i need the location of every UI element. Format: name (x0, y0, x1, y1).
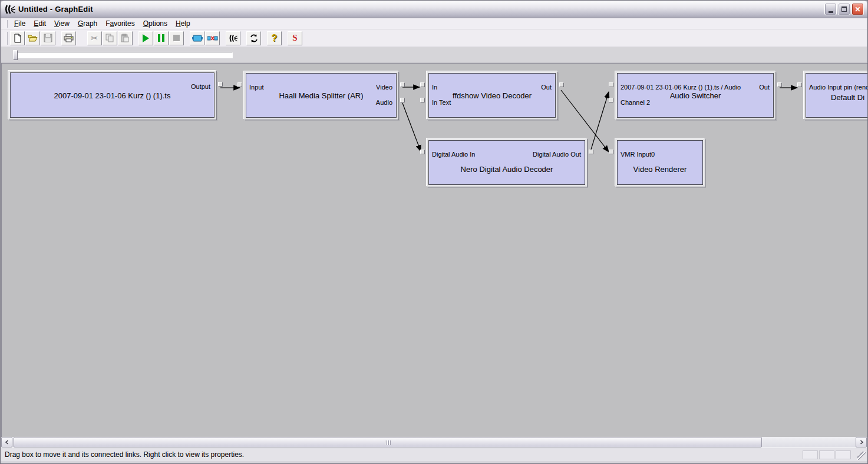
play-button[interactable] (138, 31, 153, 45)
chevron-right-icon (859, 440, 864, 445)
open-file-icon (28, 34, 38, 42)
cut-button[interactable]: ✂ (87, 31, 102, 45)
close-button[interactable]: ✕ (852, 3, 864, 15)
tool-bar: ✂ (1, 29, 867, 47)
audio-pin[interactable] (400, 98, 405, 102)
pin-label-vmr-input0: VMR Input0 (621, 151, 655, 158)
refresh-icon (249, 34, 259, 43)
video-pin[interactable] (400, 82, 405, 87)
pin-label-video: Video (376, 84, 392, 91)
pause-button[interactable] (154, 31, 169, 45)
maximize-button[interactable] (838, 3, 850, 15)
output-pin[interactable] (218, 82, 223, 87)
print-icon (64, 34, 74, 42)
digital-audio-out-pin[interactable] (589, 150, 593, 154)
print-button[interactable] (61, 31, 76, 45)
graphedit-logo-button[interactable] (226, 31, 240, 45)
pin-label-out: Out (541, 84, 552, 91)
pin-label-input: Input (249, 84, 263, 91)
maximize-icon (841, 6, 847, 12)
seek-track[interactable] (14, 52, 233, 58)
status-message: Drag box to move it and its connected li… (5, 450, 244, 459)
digital-audio-in-pin[interactable] (420, 150, 425, 154)
graphedit-app-icon (4, 4, 16, 15)
refresh-button[interactable] (246, 31, 261, 45)
menu-favorites[interactable]: Favorites (101, 18, 138, 29)
scroll-right-button[interactable] (856, 437, 867, 448)
save-icon (44, 34, 52, 42)
audio-input-pin[interactable] (797, 82, 802, 87)
seek-bar-row (1, 47, 867, 63)
chevron-left-icon (5, 440, 9, 445)
out-pin[interactable] (559, 82, 564, 87)
scrollbar-grip-icon (385, 440, 391, 445)
stop-button[interactable] (169, 31, 184, 45)
filter-title: 2007-09-01 23-01-06 Kurz () (1).ts (11, 91, 214, 100)
filter-node-video-renderer[interactable]: Video Renderer VMR Input0 (615, 138, 705, 187)
cut-icon: ✂ (91, 33, 98, 44)
pin-label-in-text: In Text (432, 99, 451, 106)
copy-icon (105, 34, 114, 42)
graphedit-logo-icon (229, 34, 238, 43)
play-icon (143, 34, 149, 42)
in-text-pin[interactable] (420, 98, 425, 102)
window-title: Untitled - GraphEdit (18, 5, 93, 14)
menu-file[interactable]: File (10, 18, 29, 29)
edge-audio-to-nero (402, 103, 421, 151)
menu-view[interactable]: View (50, 18, 74, 29)
new-document-button[interactable] (10, 31, 25, 45)
channel-2-pin[interactable] (609, 98, 613, 102)
save-button[interactable] (41, 31, 55, 45)
audio-stream-pin[interactable] (609, 82, 613, 87)
minimize-button[interactable] (824, 3, 837, 15)
vmr-input0-pin[interactable] (609, 150, 613, 154)
filter-title: Nero Digital Audio Decoder (429, 165, 585, 174)
paste-icon (121, 34, 130, 42)
graph-canvas[interactable]: 2007-09-01 23-01-06 Kurz () (1).ts Outpu… (1, 63, 868, 437)
pin-label-digital-audio-in: Digital Audio In (432, 151, 475, 158)
insert-filter-button[interactable] (190, 31, 204, 45)
pin-label-digital-audio-out: Digital Audio Out (533, 151, 581, 158)
pin-label-audio-stream: 2007-09-01 23-01-06 Kurz () (1).ts / Aud… (621, 84, 741, 91)
resize-grip[interactable] (857, 452, 866, 460)
filter-title: Haali Media Splitter (AR) (246, 91, 396, 100)
menu-edit[interactable]: Edit (29, 18, 50, 29)
open-file-button[interactable] (25, 31, 40, 45)
pin-label-output: Output (191, 83, 210, 90)
connection-lines (2, 64, 868, 437)
filter-node-haali-splitter[interactable]: Haali Media Splitter (AR) Input Video Au… (244, 71, 398, 120)
render-pin-button[interactable] (205, 31, 220, 45)
filter-node-nero-audio-decoder[interactable]: Nero Digital Audio Decoder Digital Audio… (427, 138, 587, 187)
out-pin[interactable] (777, 82, 782, 87)
render-pin-icon (207, 35, 218, 42)
pin-label-audio-input: Audio Input pin (rend (809, 84, 868, 91)
stop-icon (173, 35, 180, 41)
filter-node-ffdshow[interactable]: ffdshow Video Decoder In In Text Out (427, 71, 557, 120)
graphedit-window: Untitled - GraphEdit ✕ File Edit View Gr… (0, 0, 868, 464)
pin-label-in: In (432, 84, 437, 91)
new-document-icon (13, 34, 22, 43)
scroll-left-button[interactable] (1, 437, 12, 448)
seek-thumb[interactable] (13, 50, 18, 60)
input-pin[interactable] (237, 82, 242, 87)
minimize-icon (829, 11, 833, 13)
scrollbar-thumb[interactable] (14, 437, 762, 448)
stats-button[interactable]: S (288, 31, 302, 45)
paste-button[interactable] (118, 31, 133, 45)
copy-button[interactable] (103, 31, 117, 45)
status-bar: Drag box to move it and its connected li… (1, 448, 867, 461)
filter-node-source-file[interactable]: 2007-09-01 23-01-06 Kurz () (1).ts Outpu… (8, 71, 216, 120)
status-pane-1 (803, 450, 818, 459)
menu-graph[interactable]: Graph (74, 18, 101, 29)
help-button[interactable]: ? (267, 31, 282, 45)
horizontal-scrollbar[interactable] (1, 437, 867, 448)
filter-node-directsound-device[interactable]: Default Di Audio Input pin (rend (804, 71, 868, 120)
pin-label-out: Out (759, 84, 770, 91)
edge-nero-to-switcher (590, 92, 609, 151)
filter-node-audio-switcher[interactable]: Audio Switcher 2007-09-01 23-01-06 Kurz … (615, 71, 775, 120)
title-bar[interactable]: Untitled - GraphEdit ✕ (1, 1, 867, 18)
menu-options[interactable]: Options (139, 18, 171, 29)
status-pane-2 (819, 450, 834, 459)
in-pin[interactable] (420, 82, 425, 87)
menu-help[interactable]: Help (171, 18, 194, 29)
